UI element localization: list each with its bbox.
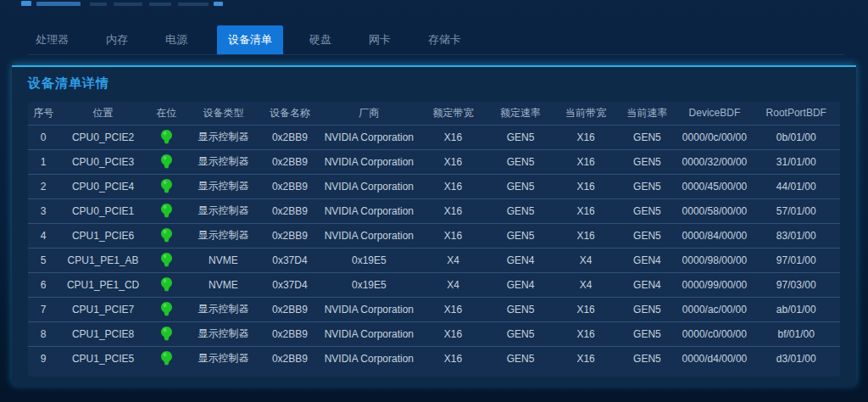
cell-rootport-bdf: 97/03/00 — [752, 272, 840, 297]
cell-device-bdf: 0000/98/00/00 — [676, 248, 752, 272]
table-row: 8 CPU1_PCIE8 显示控制器 0x2BB9 NVIDIA Corpora… — [28, 321, 840, 346]
tab-device-list[interactable]: 设备清单 — [217, 25, 283, 54]
cell-rootport-bdf: d3/01/00 — [752, 346, 840, 371]
cell-location: CPU1_PCIE6 — [58, 223, 147, 248]
clipped-header-glyphs — [90, 3, 107, 6]
tab-processor[interactable]: 处理器 — [28, 25, 76, 54]
cell-current-speed: GEN5 — [617, 297, 676, 321]
cell-rated-bandwidth: X4 — [420, 272, 487, 297]
cell-location: CPU1_PCIE5 — [58, 346, 147, 371]
clipped-top-bar — [0, 0, 868, 7]
col-device-type: 设备类型 — [186, 102, 261, 125]
cell-index: 0 — [28, 125, 58, 149]
cell-location: CPU0_PCIE3 — [58, 149, 147, 174]
cell-current-speed: GEN4 — [617, 272, 676, 297]
cell-vendor: NVIDIA Corporation — [319, 321, 420, 346]
clipped-header-title-glyphs — [36, 2, 81, 6]
cell-vendor: NVIDIA Corporation — [319, 174, 420, 198]
tab-hard-disk[interactable]: 硬盘 — [302, 25, 339, 54]
table-row: 6 CPU1_PE1_CD NVME 0x37D4 0x19E5 X4 GEN4… — [28, 272, 840, 297]
present-bulb-icon — [161, 130, 172, 144]
cell-presence — [147, 272, 186, 297]
table-row: 3 CPU0_PCIE1 显示控制器 0x2BB9 NVIDIA Corpora… — [28, 198, 840, 223]
cell-index: 5 — [28, 248, 58, 272]
cell-current-bandwidth: X16 — [554, 198, 618, 223]
cell-device-bdf: 0000/d4/00/00 — [676, 346, 752, 371]
cell-rated-bandwidth: X16 — [420, 297, 487, 321]
tab-power[interactable]: 电源 — [158, 25, 195, 54]
cell-device-name: 0x2BB9 — [261, 346, 319, 371]
table-row: 4 CPU1_PCIE6 显示控制器 0x2BB9 NVIDIA Corpora… — [28, 223, 840, 248]
cell-vendor: NVIDIA Corporation — [319, 346, 420, 371]
cell-rated-bandwidth: X16 — [420, 321, 487, 346]
cell-device-type: 显示控制器 — [186, 223, 261, 248]
cell-index: 8 — [28, 321, 58, 346]
col-current-speed: 当前速率 — [617, 102, 676, 125]
cell-index: 9 — [28, 346, 58, 371]
cell-rootport-bdf: 31/01/00 — [752, 149, 840, 174]
cell-vendor: 0x19E5 — [319, 248, 420, 272]
cell-rated-speed: GEN5 — [487, 297, 554, 321]
cell-device-name: 0x2BB9 — [261, 321, 319, 346]
cell-index: 3 — [28, 198, 58, 223]
cell-current-speed: GEN5 — [617, 149, 676, 174]
device-table-body: 0 CPU0_PCIE2 显示控制器 0x2BB9 NVIDIA Corpora… — [28, 125, 840, 371]
device-table-container: 序号 位置 在位 设备类型 设备名称 厂商 额定带宽 额定速率 当前带宽 当前速… — [28, 102, 840, 377]
device-info-tabbar: 处理器 内存 电源 设备清单 硬盘 网卡 存储卡 — [28, 25, 843, 55]
col-vendor: 厂商 — [319, 102, 420, 125]
table-row: 9 CPU1_PCIE5 显示控制器 0x2BB9 NVIDIA Corpora… — [28, 346, 840, 371]
cell-device-type: 显示控制器 — [186, 174, 261, 198]
cell-current-bandwidth: X16 — [554, 149, 618, 174]
cell-current-bandwidth: X16 — [554, 346, 618, 371]
col-index: 序号 — [28, 102, 58, 125]
tab-network-card[interactable]: 网卡 — [361, 25, 398, 54]
cell-rated-speed: GEN5 — [487, 125, 554, 149]
cell-rootport-bdf: 83/01/00 — [752, 223, 840, 248]
cell-current-speed: GEN5 — [617, 223, 676, 248]
cell-index: 7 — [28, 297, 58, 321]
col-device-name: 设备名称 — [261, 102, 319, 125]
cell-rootport-bdf: 97/01/00 — [752, 248, 840, 272]
cell-device-type: NVME — [186, 272, 261, 297]
col-presence: 在位 — [147, 102, 186, 125]
tab-storage-card[interactable]: 存储卡 — [420, 25, 469, 54]
cell-device-type: 显示控制器 — [186, 297, 261, 321]
cell-current-speed: GEN5 — [617, 174, 676, 198]
clipped-header-badge — [214, 2, 223, 6]
cell-rated-speed: GEN5 — [487, 223, 554, 248]
cell-current-speed: GEN5 — [617, 346, 676, 371]
cell-current-bandwidth: X16 — [554, 321, 618, 346]
cell-rootport-bdf: ab/01/00 — [752, 297, 840, 321]
cell-rated-bandwidth: X16 — [420, 149, 487, 174]
cell-index: 6 — [28, 272, 58, 297]
cell-presence — [147, 297, 186, 321]
cell-location: CPU1_PE1_AB — [58, 248, 147, 272]
present-bulb-icon — [161, 302, 172, 316]
cell-vendor: 0x19E5 — [319, 272, 420, 297]
clipped-header-icon — [21, 1, 31, 6]
present-bulb-icon — [161, 253, 172, 267]
cell-location: CPU0_PCIE1 — [58, 198, 147, 223]
cell-rootport-bdf: bf/01/00 — [752, 321, 840, 346]
cell-rated-speed: GEN5 — [487, 174, 554, 198]
table-header-row: 序号 位置 在位 设备类型 设备名称 厂商 额定带宽 额定速率 当前带宽 当前速… — [28, 102, 840, 125]
cell-current-speed: GEN5 — [617, 321, 676, 346]
col-location: 位置 — [58, 102, 147, 125]
cell-rated-bandwidth: X4 — [420, 248, 487, 272]
cell-rated-speed: GEN5 — [487, 346, 554, 371]
clipped-header-glyphs — [149, 3, 171, 6]
cell-current-bandwidth: X16 — [554, 297, 618, 321]
col-device-bdf: DeviceBDF — [676, 102, 752, 125]
cell-device-bdf: 0000/58/00/00 — [676, 198, 752, 223]
cell-presence — [147, 223, 186, 248]
cell-device-type: 显示控制器 — [186, 149, 261, 174]
cell-rated-speed: GEN5 — [487, 198, 554, 223]
cell-current-speed: GEN4 — [617, 248, 676, 272]
table-row: 2 CPU0_PCIE4 显示控制器 0x2BB9 NVIDIA Corpora… — [28, 174, 840, 198]
present-bulb-icon — [161, 277, 172, 292]
cell-presence — [147, 248, 186, 272]
cell-current-bandwidth: X16 — [554, 174, 618, 198]
cell-device-type: 显示控制器 — [186, 346, 261, 371]
tab-memory[interactable]: 内存 — [98, 25, 136, 54]
present-bulb-icon — [161, 351, 172, 366]
